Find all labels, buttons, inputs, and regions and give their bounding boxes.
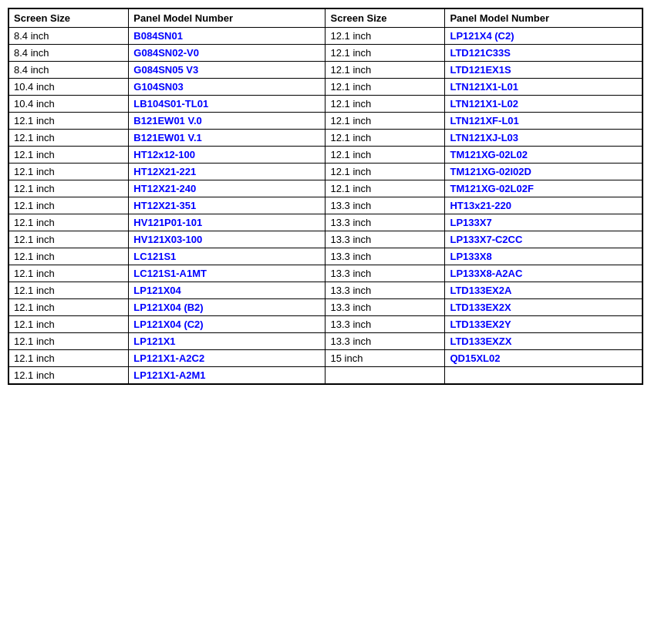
table-row: 12.1 inchHT12X21-24012.1 inchTM121XG-02L… — [8, 180, 643, 197]
screen-size-cell: 13.3 inch — [326, 282, 445, 299]
table-row: 12.1 inchHV121P01-10113.3 inchLP133X7 — [8, 214, 643, 231]
screen-size-cell: 12.1 inch — [8, 248, 129, 265]
model-number-cell: LP121X04 (C2) — [129, 316, 326, 333]
screen-size-cell: 12.1 inch — [326, 180, 445, 197]
table-row: 8.4 inchG084SN05 V312.1 inchLTD121EX1S — [8, 62, 643, 79]
model-number-cell: LP121X1-A2C2 — [129, 350, 326, 367]
model-number-cell: HT12X21-351 — [129, 197, 326, 214]
table-row: 12.1 inchLC121S1-A1MT13.3 inchLP133X8-A2… — [8, 265, 643, 282]
screen-size-cell: 13.3 inch — [326, 231, 445, 248]
screen-size-cell: 12.1 inch — [326, 147, 445, 164]
screen-size-cell: 13.3 inch — [326, 197, 445, 214]
screen-size-cell: 12.1 inch — [8, 350, 129, 367]
model-number-cell: G084SN05 V3 — [129, 62, 326, 79]
col-header-model-1: Panel Model Number — [129, 8, 326, 28]
screen-size-cell: 12.1 inch — [326, 164, 445, 180]
screen-size-cell — [326, 367, 445, 385]
model-number-cell: LTD133EX2X — [445, 299, 643, 316]
model-number-cell: HT12X21-240 — [129, 180, 326, 197]
header-row: Screen Size Panel Model Number Screen Si… — [8, 8, 643, 28]
screen-size-cell: 12.1 inch — [326, 96, 445, 113]
table-row: 12.1 inchHV121X03-10013.3 inchLP133X7-C2… — [8, 231, 643, 248]
table-row: 12.1 inchB121EW01 V.012.1 inchLTN121XF-L… — [8, 113, 643, 130]
table-row: 12.1 inchLP121X04 (C2)13.3 inchLTD133EX2… — [8, 316, 643, 333]
table-row: 12.1 inchLC121S113.3 inchLP133X8 — [8, 248, 643, 265]
table-row: 12.1 inchHT12x12-10012.1 inchTM121XG-02L… — [8, 147, 643, 164]
screen-size-cell: 8.4 inch — [8, 62, 129, 79]
model-number-cell: HV121X03-100 — [129, 231, 326, 248]
table-row: 12.1 inchHT12X21-35113.3 inchHT13x21-220 — [8, 197, 643, 214]
screen-size-cell: 12.1 inch — [8, 367, 129, 385]
model-number-cell: HT13x21-220 — [445, 197, 643, 214]
screen-size-cell: 8.4 inch — [8, 28, 129, 45]
model-number-cell: G084SN02-V0 — [129, 45, 326, 62]
screen-size-cell: 12.1 inch — [8, 147, 129, 164]
screen-size-cell: 10.4 inch — [8, 96, 129, 113]
model-number-cell: LP121X4 (C2) — [445, 28, 643, 45]
model-number-cell: LP121X1 — [129, 333, 326, 350]
table-row: 10.4 inchG104SN0312.1 inchLTN121X1-L01 — [8, 79, 643, 96]
screen-size-cell: 12.1 inch — [8, 180, 129, 197]
model-number-cell: B121EW01 V.0 — [129, 113, 326, 130]
model-number-cell: LP133X7 — [445, 214, 643, 231]
screen-size-cell: 12.1 inch — [326, 62, 445, 79]
model-number-cell: LC121S1 — [129, 248, 326, 265]
model-number-cell: LTD121C33S — [445, 45, 643, 62]
model-number-cell: LTD133EXZX — [445, 333, 643, 350]
col-header-model-2: Panel Model Number — [445, 8, 643, 28]
screen-size-cell: 8.4 inch — [8, 45, 129, 62]
table-row: 8.4 inchG084SN02-V012.1 inchLTD121C33S — [8, 45, 643, 62]
table-row: 12.1 inchLP121X1-A2C215 inchQD15XL02 — [8, 350, 643, 367]
model-number-cell: QD15XL02 — [445, 350, 643, 367]
screen-size-cell: 12.1 inch — [326, 28, 445, 45]
panel-table: Screen Size Panel Model Number Screen Si… — [8, 8, 643, 385]
model-number-cell: TM121XG-02L02 — [445, 147, 643, 164]
model-number-cell: LTD121EX1S — [445, 62, 643, 79]
screen-size-cell: 12.1 inch — [8, 316, 129, 333]
screen-size-cell: 12.1 inch — [326, 45, 445, 62]
model-number-cell: B084SN01 — [129, 28, 326, 45]
model-number-cell: LTN121X1-L02 — [445, 96, 643, 113]
screen-size-cell: 12.1 inch — [8, 197, 129, 214]
col-header-screen-size-1: Screen Size — [8, 8, 129, 28]
screen-size-cell: 12.1 inch — [8, 231, 129, 248]
table-row: 12.1 inchLP121X04 (B2)13.3 inchLTD133EX2… — [8, 299, 643, 316]
screen-size-cell: 13.3 inch — [326, 316, 445, 333]
screen-size-cell: 13.3 inch — [326, 265, 445, 282]
model-number-cell: LB104S01-TL01 — [129, 96, 326, 113]
screen-size-cell: 12.1 inch — [8, 214, 129, 231]
model-number-cell: LTD133EX2Y — [445, 316, 643, 333]
screen-size-cell: 13.3 inch — [326, 214, 445, 231]
col-header-screen-size-2: Screen Size — [326, 8, 445, 28]
table-row: 12.1 inchLP121X1-A2M1 — [8, 367, 643, 385]
model-number-cell: LC121S1-A1MT — [129, 265, 326, 282]
screen-size-cell: 12.1 inch — [8, 164, 129, 180]
model-number-cell: LTN121XJ-L03 — [445, 130, 643, 147]
table-row: 10.4 inchLB104S01-TL0112.1 inchLTN121X1-… — [8, 96, 643, 113]
model-number-cell: TM121XG-02l02D — [445, 164, 643, 180]
model-number-cell: LTN121XF-L01 — [445, 113, 643, 130]
screen-size-cell: 12.1 inch — [8, 299, 129, 316]
model-number-cell: LP121X04 — [129, 282, 326, 299]
table-row: 12.1 inchHT12X21-22112.1 inchTM121XG-02l… — [8, 164, 643, 180]
model-number-cell: LP133X8-A2AC — [445, 265, 643, 282]
screen-size-cell: 12.1 inch — [326, 130, 445, 147]
model-number-cell: TM121XG-02L02F — [445, 180, 643, 197]
table-row: 8.4 inchB084SN0112.1 inchLP121X4 (C2) — [8, 28, 643, 45]
screen-size-cell: 13.3 inch — [326, 299, 445, 316]
screen-size-cell: 12.1 inch — [8, 113, 129, 130]
model-number-cell: HV121P01-101 — [129, 214, 326, 231]
screen-size-cell: 13.3 inch — [326, 333, 445, 350]
model-number-cell: HT12X21-221 — [129, 164, 326, 180]
model-number-cell: LP121X04 (B2) — [129, 299, 326, 316]
screen-size-cell: 12.1 inch — [326, 113, 445, 130]
screen-size-cell: 12.1 inch — [8, 282, 129, 299]
model-number-cell: LTD133EX2A — [445, 282, 643, 299]
table-row: 12.1 inchLP121X113.3 inchLTD133EXZX — [8, 333, 643, 350]
screen-size-cell: 15 inch — [326, 350, 445, 367]
model-number-cell — [445, 367, 643, 385]
screen-size-cell: 12.1 inch — [8, 265, 129, 282]
model-number-cell: HT12x12-100 — [129, 147, 326, 164]
model-number-cell: G104SN03 — [129, 79, 326, 96]
screen-size-cell: 12.1 inch — [8, 333, 129, 350]
